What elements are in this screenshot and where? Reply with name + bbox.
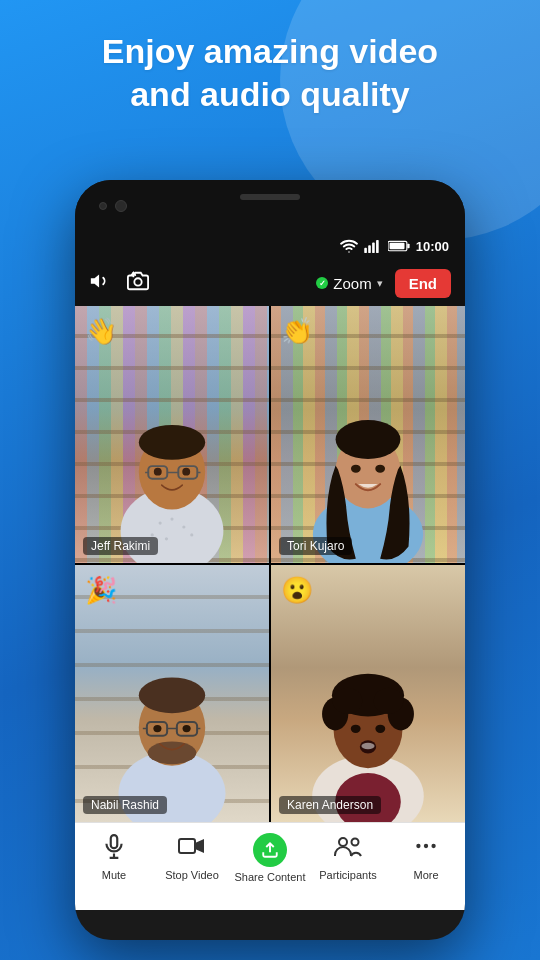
- svg-point-67: [424, 844, 428, 848]
- svg-point-37: [148, 742, 197, 765]
- svg-rect-2: [368, 245, 371, 253]
- wifi-icon: [340, 237, 358, 255]
- status-bar: 10:00: [75, 232, 465, 260]
- svg-point-21: [159, 522, 162, 525]
- more-label: More: [413, 869, 438, 881]
- signal-icon: [364, 239, 382, 253]
- jeff-emoji: 👋: [85, 316, 117, 347]
- video-grid: 👋 Jeff Rakimi: [75, 306, 465, 822]
- svg-point-20: [182, 468, 190, 476]
- connection-status-dot: [316, 277, 328, 289]
- header-title: Enjoy amazing video and audio quality: [0, 30, 540, 115]
- bottom-nav: Mute Stop Video: [75, 822, 465, 910]
- video-cell-nabil: 🎉 Nabil Rashid: [75, 565, 269, 822]
- svg-point-19: [154, 468, 162, 476]
- camera-lens-2: [115, 200, 127, 212]
- karen-name-tag: Karen Anderson: [279, 796, 381, 814]
- svg-point-53: [374, 687, 404, 713]
- svg-rect-1: [364, 248, 367, 253]
- share-content-label: Share Content: [235, 871, 306, 883]
- stop-video-label: Stop Video: [165, 869, 219, 881]
- upload-arrow-icon: [261, 841, 279, 859]
- chevron-down-icon: ▾: [377, 277, 383, 290]
- svg-rect-58: [111, 835, 118, 848]
- mute-icon: [101, 833, 127, 865]
- svg-point-31: [351, 465, 361, 473]
- svg-point-57: [361, 742, 374, 749]
- battery-icon: [388, 240, 410, 252]
- jeff-name-tag: Jeff Rakimi: [83, 537, 158, 555]
- svg-rect-3: [372, 243, 375, 254]
- camera-flip-button[interactable]: [127, 270, 149, 297]
- volume-icon: [89, 270, 111, 292]
- svg-point-52: [333, 687, 363, 713]
- svg-point-32: [375, 465, 385, 473]
- jeff-silhouette: [94, 357, 249, 563]
- status-time: 10:00: [416, 239, 449, 254]
- svg-point-22: [170, 518, 173, 521]
- end-call-button[interactable]: End: [395, 269, 451, 298]
- svg-point-68: [431, 844, 435, 848]
- tori-emoji: 👏: [281, 316, 313, 347]
- meeting-toolbar: Zoom ▾ End: [75, 260, 465, 306]
- svg-point-65: [352, 839, 359, 846]
- participants-label: Participants: [319, 869, 376, 881]
- svg-point-9: [134, 278, 141, 285]
- svg-point-25: [190, 534, 193, 537]
- nav-item-more[interactable]: More: [390, 833, 462, 881]
- karen-silhouette: [287, 609, 448, 822]
- camera-lens-1: [99, 202, 107, 210]
- nav-item-mute[interactable]: Mute: [78, 833, 150, 881]
- svg-point-54: [351, 724, 361, 732]
- video-camera-icon: [178, 833, 206, 859]
- nabil-emoji: 🎉: [85, 575, 117, 606]
- zoom-meeting-badge[interactable]: Zoom ▾: [316, 275, 382, 292]
- nav-item-stop-video[interactable]: Stop Video: [156, 833, 228, 881]
- svg-point-55: [375, 724, 385, 732]
- svg-marker-62: [195, 839, 204, 853]
- svg-point-43: [153, 725, 161, 732]
- svg-point-36: [139, 678, 205, 714]
- svg-rect-4: [376, 240, 379, 253]
- svg-marker-8: [91, 274, 99, 287]
- share-up-button: [253, 833, 287, 867]
- svg-point-13: [139, 425, 205, 460]
- phone-top-bar: [75, 180, 465, 232]
- header-section: Enjoy amazing video and audio quality: [0, 30, 540, 115]
- nabil-name-tag: Nabil Rashid: [83, 796, 167, 814]
- volume-button[interactable]: [89, 270, 111, 297]
- nav-item-share-content[interactable]: Share Content: [234, 833, 306, 883]
- people-icon: [334, 833, 362, 859]
- svg-rect-7: [389, 243, 404, 249]
- phone-speaker: [240, 194, 300, 200]
- share-content-icon: [253, 833, 287, 867]
- stop-video-icon: [178, 833, 206, 865]
- camera-flip-icon: [127, 270, 149, 292]
- phone-device: 10:00 Zoom ▾ End: [75, 180, 465, 940]
- more-dots-icon: [413, 833, 439, 859]
- svg-point-30: [336, 420, 401, 459]
- svg-rect-61: [179, 839, 195, 853]
- nabil-silhouette: [92, 611, 251, 822]
- video-cell-jeff: 👋 Jeff Rakimi: [75, 306, 269, 563]
- svg-rect-6: [407, 244, 409, 249]
- participants-icon: [334, 833, 362, 865]
- mute-label: Mute: [102, 869, 126, 881]
- phone-cameras: [99, 200, 127, 212]
- svg-point-0: [348, 251, 350, 253]
- video-cell-karen: 😮 Karen Anderson: [271, 565, 465, 822]
- tori-name-tag: Tori Kujaro: [279, 537, 352, 555]
- karen-emoji: 😮: [281, 575, 313, 606]
- meeting-name-label: Zoom: [333, 275, 371, 292]
- nav-item-participants[interactable]: Participants: [312, 833, 384, 881]
- svg-point-44: [183, 725, 191, 732]
- svg-point-66: [416, 844, 420, 848]
- tori-silhouette: [286, 352, 451, 563]
- more-icon: [413, 833, 439, 865]
- svg-point-23: [182, 526, 185, 529]
- svg-point-26: [165, 538, 168, 541]
- microphone-icon: [101, 833, 127, 859]
- video-cell-tori: 👏 Tori Kujaro: [271, 306, 465, 563]
- svg-point-64: [339, 838, 347, 846]
